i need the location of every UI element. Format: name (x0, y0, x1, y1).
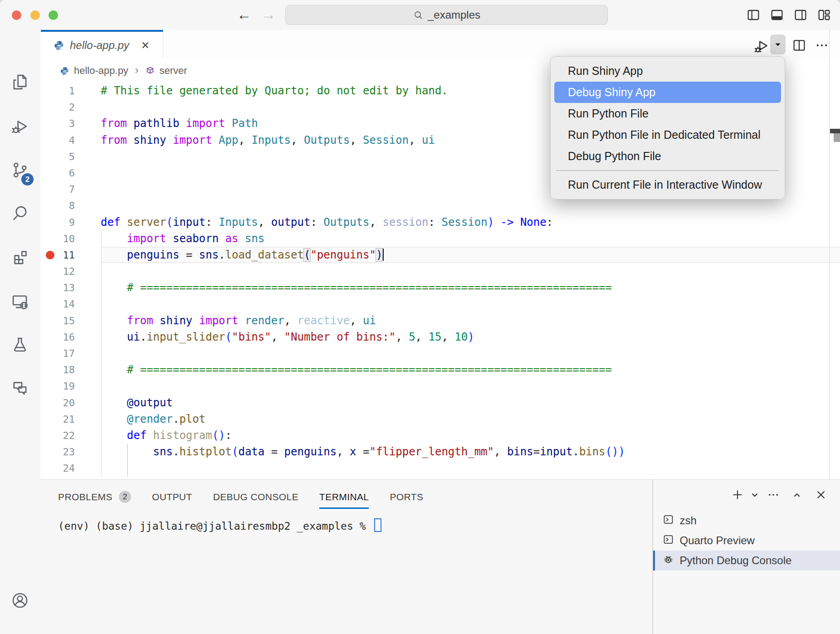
gutter[interactable]: 22 (40, 427, 101, 444)
menu-item[interactable]: Run Current File in Interactive Window (551, 174, 785, 195)
gutter[interactable]: 10 (40, 230, 101, 247)
gutter[interactable]: 16 (40, 329, 101, 345)
code-line[interactable]: 24 (40, 460, 840, 476)
toggle-secondary-sidebar-button[interactable] (793, 8, 808, 22)
code-line[interactable]: 12 (40, 263, 840, 279)
code-line[interactable]: 20 @output (40, 395, 840, 411)
code-token: : (205, 216, 219, 229)
menu-item[interactable]: Run Python File (551, 103, 785, 124)
menu-item[interactable]: Run Python File in Dedicated Terminal (551, 124, 785, 146)
code-token: shiny (127, 134, 173, 146)
remote-explorer-icon[interactable] (10, 292, 29, 311)
menu-item[interactable]: Debug Shiny App (554, 82, 781, 103)
code-line[interactable]: 19 (40, 378, 840, 394)
gutter[interactable]: 8 (40, 197, 101, 214)
gutter[interactable]: 3 (40, 115, 101, 132)
run-debug-icon[interactable] (10, 117, 29, 136)
panel-more-actions-button[interactable] (767, 488, 780, 502)
code-token: reactive (298, 314, 350, 327)
close-panel-button[interactable] (814, 488, 828, 502)
testing-icon[interactable] (10, 335, 29, 354)
code-line[interactable]: 8 (40, 197, 840, 214)
scrollbar-thumb[interactable] (834, 133, 840, 142)
code-line[interactable]: 14 (40, 296, 840, 312)
gutter[interactable]: 20 (40, 395, 101, 411)
code-line[interactable]: 18 # ===================================… (40, 361, 840, 378)
code-line[interactable]: 10 import seaborn as sns (40, 230, 840, 247)
terminal-list-item[interactable]: Quarto Preview (653, 531, 840, 551)
code-token: ) (488, 216, 494, 229)
search-icon (413, 10, 424, 20)
terminal-list-item[interactable]: zsh (653, 511, 840, 531)
toggle-primary-sidebar-button[interactable] (746, 8, 761, 22)
comments-icon[interactable] (10, 378, 29, 397)
breadcrumb-symbol[interactable]: server (160, 65, 187, 77)
gutter[interactable]: 2 (40, 99, 101, 115)
panel-tab-debug-console[interactable]: DEBUG CONSOLE (213, 486, 298, 509)
code-line[interactable]: 16 ui.input_slider("bins", "Number of bi… (40, 329, 840, 345)
maximize-panel-button[interactable] (790, 488, 804, 502)
back-arrow-button[interactable]: ← (237, 6, 251, 23)
code-line[interactable]: 21 @render.plot (40, 411, 840, 427)
gutter[interactable]: 7 (40, 181, 101, 197)
gutter[interactable]: 19 (40, 378, 101, 394)
new-terminal-button[interactable] (731, 488, 744, 502)
terminal-list-item[interactable]: Python Debug Console (653, 551, 840, 571)
gutter[interactable]: 24 (40, 460, 101, 476)
gutter[interactable]: 1 (40, 83, 101, 99)
account-icon[interactable] (10, 591, 29, 610)
python-icon (54, 40, 64, 51)
extensions-icon[interactable] (10, 248, 29, 267)
code-token: "flipper_length_mm" (369, 445, 494, 458)
text-cursor (382, 249, 384, 261)
code-token: : (225, 429, 232, 442)
tab-hello-app-py[interactable]: hello-app.py ✕ (41, 30, 163, 59)
gutter[interactable]: 18 (40, 361, 101, 378)
code-line[interactable]: 23 sns.histplot(data = penguins, x ="fli… (40, 444, 840, 460)
close-window-button[interactable] (12, 10, 21, 20)
gutter[interactable]: 15 (40, 312, 101, 329)
code-line[interactable]: 13 # ===================================… (40, 279, 840, 296)
toggle-panel-button[interactable] (770, 8, 784, 22)
gutter[interactable]: 9 (40, 214, 101, 230)
gutter[interactable]: 17 (40, 345, 101, 361)
terminal-prompt[interactable]: (env) (base) jjallaire@jjallairesmbp2 _e… (58, 518, 381, 532)
gutter[interactable]: 6 (40, 165, 101, 181)
code-token: 10 (454, 331, 468, 343)
menu-item[interactable]: Debug Python File (551, 146, 785, 167)
panel-tab-ports[interactable]: PORTS (390, 486, 423, 509)
code-line[interactable]: 11 penguins = sns.load_dataset("penguins… (40, 247, 840, 263)
gutter[interactable]: 21 (40, 411, 101, 427)
panel-tab-terminal[interactable]: TERMINAL (319, 486, 369, 509)
gutter[interactable]: 11 (40, 247, 101, 263)
panel-tab-output[interactable]: OUTPUT (152, 486, 192, 509)
menu-item[interactable]: Run Shiny App (551, 60, 785, 82)
search-icon[interactable] (10, 204, 29, 223)
gutter[interactable]: 12 (40, 263, 101, 279)
gutter[interactable]: 5 (40, 148, 101, 165)
panel-tab-problems[interactable]: PROBLEMS2 (58, 486, 131, 509)
code-line[interactable]: 15 from shiny import render, reactive, u… (40, 312, 840, 329)
forward-arrow-button[interactable]: → (261, 6, 276, 23)
code-token: # ======================================… (127, 363, 612, 376)
code-line[interactable]: 22 def histogram(): (40, 427, 840, 444)
terminal-launch-chevron-button[interactable] (748, 488, 762, 502)
symbol-icon (145, 66, 155, 76)
code-line[interactable]: 9def server(input: Inputs, output: Outpu… (40, 214, 840, 230)
close-tab-icon[interactable]: ✕ (141, 39, 150, 52)
zoom-window-button[interactable] (49, 10, 58, 20)
gutter[interactable]: 13 (40, 279, 101, 296)
code-line[interactable]: 17 (40, 345, 840, 361)
gutter[interactable]: 14 (40, 296, 101, 312)
source-control-icon[interactable]: 2 (10, 161, 29, 180)
breadcrumb-file[interactable]: hello-app.py (74, 65, 128, 77)
line-number: 6 (69, 167, 75, 179)
breakpoint-dot[interactable] (46, 251, 54, 259)
gutter[interactable]: 23 (40, 444, 101, 460)
minimize-window-button[interactable] (30, 10, 40, 20)
customize-layout-button[interactable] (817, 8, 831, 22)
run-options-chevron-button[interactable] (770, 34, 786, 54)
explorer-icon[interactable] (10, 73, 29, 92)
gutter[interactable]: 4 (40, 132, 101, 148)
command-center-search[interactable]: _examples (285, 5, 608, 25)
